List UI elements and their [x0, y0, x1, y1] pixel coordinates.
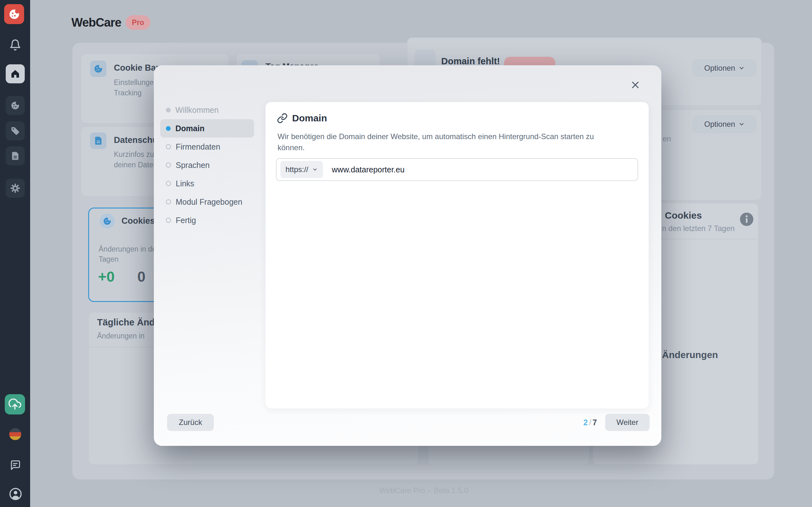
- progress-separator: /: [589, 418, 591, 427]
- gear-icon: [10, 183, 20, 193]
- step-sprachen[interactable]: Sprachen: [160, 156, 254, 174]
- feedback-chat-button[interactable]: [9, 459, 21, 471]
- step-label: Domain: [175, 124, 205, 133]
- step-bullet-done: [166, 108, 171, 112]
- home-icon: [10, 69, 20, 79]
- options-button[interactable]: Optionen: [693, 59, 757, 77]
- document-icon: [94, 136, 103, 146]
- panel-heading: Domain: [277, 113, 327, 124]
- step-bullet-todo: [166, 144, 171, 149]
- flag-stripe-gold: [9, 436, 21, 440]
- cookie-card-icon-box: [90, 60, 107, 77]
- chevron-down-icon: [739, 121, 745, 127]
- step-label: Willkommen: [175, 106, 218, 115]
- back-button[interactable]: Zurück: [167, 414, 214, 431]
- step-label: Sprachen: [176, 161, 210, 170]
- brand-title: WebCare: [71, 16, 121, 30]
- card-line: Tagen: [99, 255, 119, 264]
- version-footer: WebCare Pro – Beta 1.5.0: [348, 486, 500, 495]
- next-label: Weiter: [617, 418, 639, 427]
- card-title: Cookies: [665, 210, 702, 221]
- document-icon: [10, 151, 20, 161]
- sidebar: [0, 0, 30, 507]
- card-line: deinen Daten: [114, 161, 157, 169]
- card-subtitle: n den letzten 7 Tagen: [662, 224, 734, 233]
- publish-upload-button[interactable]: [5, 394, 25, 414]
- back-label: Zurück: [179, 418, 202, 427]
- section-label: Änderungen: [662, 349, 718, 360]
- card-title: Cookies: [121, 216, 155, 226]
- domain-input[interactable]: [331, 165, 638, 175]
- step-links[interactable]: Links: [160, 174, 254, 193]
- cookie-logo-icon: [8, 8, 20, 20]
- page-title: Domain: [292, 113, 327, 124]
- setup-wizard-modal: Willkommen Domain Firmendaten Sprachen L…: [154, 65, 661, 446]
- sidebar-item-documents[interactable]: [6, 147, 25, 165]
- options-button[interactable]: Optionen: [693, 115, 757, 133]
- card-line: Tracking: [114, 89, 142, 97]
- progress-current: 2: [583, 418, 588, 427]
- protocol-select[interactable]: https://: [281, 161, 323, 178]
- flag-stripe-red: [9, 432, 21, 436]
- cookie-icon: [10, 101, 20, 111]
- step-bullet-todo: [166, 199, 171, 205]
- step-label: Modul Fragebogen: [176, 198, 242, 207]
- wizard-content-panel: Domain Wir benötigen die Domain deiner W…: [265, 102, 649, 408]
- step-firmendaten[interactable]: Firmendaten: [160, 137, 254, 156]
- domain-input-row: https://: [276, 158, 638, 181]
- close-icon: [630, 80, 640, 90]
- sidebar-item-home[interactable]: [6, 64, 25, 83]
- cookie-icon: [93, 64, 103, 74]
- cloud-upload-icon: [9, 398, 21, 411]
- notifications-button[interactable]: [9, 39, 21, 51]
- step-label: Firmendaten: [176, 142, 220, 152]
- language-switcher-german-flag[interactable]: [9, 428, 21, 440]
- card-subtitle: Änderungen in: [97, 332, 145, 340]
- options-label: Optionen: [704, 64, 735, 72]
- account-button[interactable]: [9, 487, 22, 501]
- wizard-footer-right: 2 / 7 Weiter: [583, 414, 650, 431]
- chat-icon: [9, 459, 21, 471]
- progress-total: 7: [593, 418, 597, 427]
- card-line: Einstellungen: [114, 78, 158, 87]
- step-label: Links: [176, 179, 194, 188]
- card-line: Kurzinfos zu: [114, 150, 154, 159]
- cookies-added-value: +0: [98, 268, 114, 285]
- step-bullet-active: [166, 126, 171, 131]
- protocol-value: https://: [286, 165, 308, 174]
- sidebar-item-tags[interactable]: [6, 121, 25, 140]
- cookie-stat-icon-box: [100, 214, 115, 229]
- cookies-removed-value: 0: [137, 268, 146, 285]
- flag-stripe-black: [9, 428, 21, 432]
- tag-icon: [10, 126, 20, 136]
- options-label: Optionen: [704, 120, 735, 129]
- chevron-down-icon: [739, 65, 745, 71]
- step-bullet-todo: [166, 181, 171, 186]
- step-bullet-todo: [166, 163, 171, 168]
- step-willkommen[interactable]: Willkommen: [160, 101, 254, 119]
- step-description: Wir benötigen die Domain deiner Website,…: [277, 131, 595, 153]
- step-domain[interactable]: Domain: [160, 119, 254, 137]
- close-button[interactable]: [627, 77, 644, 93]
- step-label: Fertig: [176, 216, 196, 225]
- person-icon: [9, 487, 22, 501]
- pro-badge: Pro: [125, 15, 150, 30]
- panel-cut-text: en: [663, 134, 671, 143]
- step-bullet-todo: [166, 218, 171, 223]
- bell-icon: [9, 39, 21, 51]
- wizard-step-list: Willkommen Domain Firmendaten Sprachen L…: [160, 101, 254, 229]
- next-button[interactable]: Weiter: [605, 414, 650, 431]
- chevron-down-icon: [312, 167, 318, 172]
- step-progress: 2 / 7: [583, 418, 597, 427]
- sidebar-item-settings[interactable]: [6, 179, 25, 198]
- brand: WebCare Pro: [71, 15, 150, 30]
- sidebar-item-cookies[interactable]: [6, 96, 25, 115]
- link-icon: [277, 113, 288, 124]
- step-fertig[interactable]: Fertig: [160, 211, 254, 229]
- cookie-icon: [102, 216, 112, 226]
- step-modul-fragebogen[interactable]: Modul Fragebogen: [160, 193, 254, 211]
- app-logo[interactable]: [4, 4, 24, 24]
- datenschutz-card-icon-box: [90, 132, 107, 149]
- info-icon[interactable]: [740, 212, 754, 227]
